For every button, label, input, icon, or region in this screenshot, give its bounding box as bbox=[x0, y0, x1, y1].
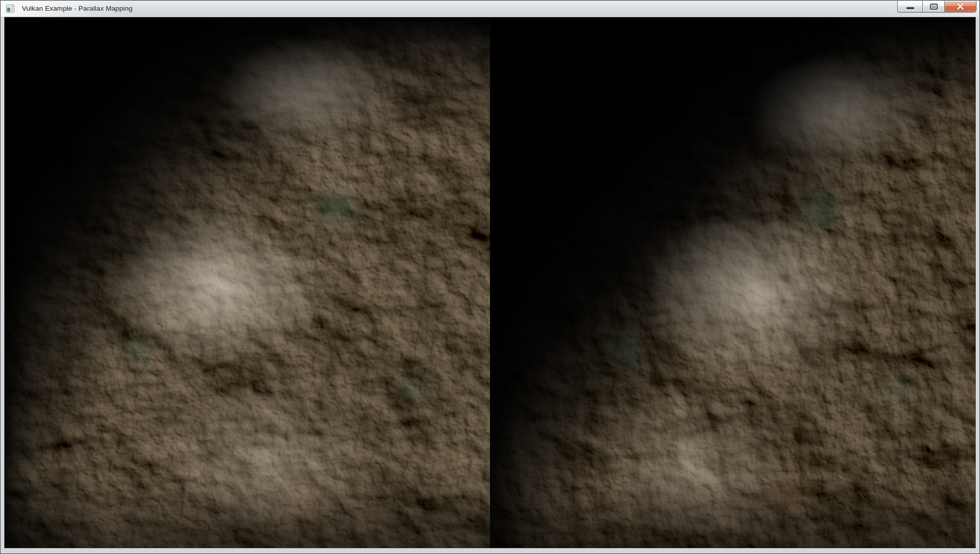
close-icon bbox=[957, 3, 964, 10]
render-area bbox=[4, 17, 976, 548]
viewport-pane-right[interactable] bbox=[490, 17, 975, 548]
maximize-icon bbox=[930, 4, 938, 10]
viewport-pane-left[interactable] bbox=[5, 17, 490, 548]
application-window-icon bbox=[6, 5, 14, 13]
minimize-button[interactable] bbox=[897, 1, 922, 12]
maximize-button[interactable] bbox=[922, 1, 945, 12]
title-bar[interactable]: Vulkan Example - Parallax Mapping bbox=[1, 1, 979, 17]
window-title: Vulkan Example - Parallax Mapping bbox=[22, 1, 133, 17]
minimize-icon bbox=[906, 7, 914, 9]
rock-texture-left bbox=[5, 17, 490, 548]
window-controls bbox=[897, 1, 976, 12]
app-window: Vulkan Example - Parallax Mapping bbox=[0, 0, 980, 554]
close-button[interactable] bbox=[945, 1, 976, 12]
app-icon bbox=[6, 5, 14, 13]
rock-texture-right bbox=[490, 17, 975, 548]
